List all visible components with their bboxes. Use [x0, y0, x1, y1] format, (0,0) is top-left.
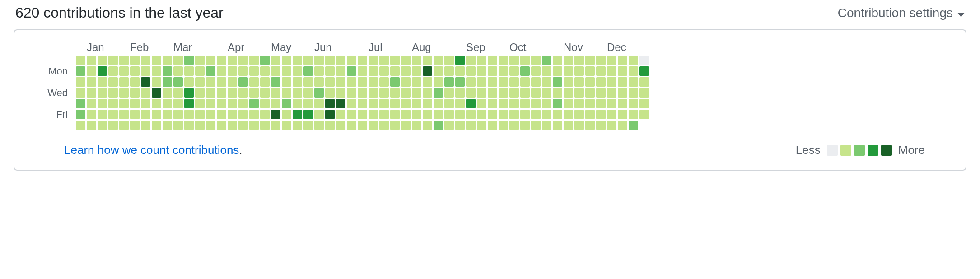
contribution-cell[interactable] — [293, 88, 302, 98]
contribution-cell[interactable] — [108, 110, 118, 119]
contribution-cell[interactable] — [596, 99, 606, 108]
contribution-cell[interactable] — [76, 99, 85, 108]
contribution-cell[interactable] — [499, 99, 508, 108]
contribution-cell[interactable] — [314, 99, 324, 108]
contribution-cell[interactable] — [249, 99, 259, 108]
contribution-cell[interactable] — [596, 56, 606, 65]
contribution-cell[interactable] — [152, 110, 161, 119]
contribution-cell[interactable] — [401, 99, 411, 108]
contribution-cell[interactable] — [184, 99, 194, 108]
contribution-cell[interactable] — [412, 88, 421, 98]
contribution-cell[interactable] — [217, 121, 226, 130]
contribution-cell[interactable] — [303, 77, 313, 87]
contribution-cell[interactable] — [217, 66, 226, 76]
contribution-cell[interactable] — [618, 110, 627, 119]
contribution-cell[interactable] — [390, 77, 400, 87]
contribution-cell[interactable] — [282, 77, 291, 87]
contribution-cell[interactable] — [629, 77, 638, 87]
contribution-cell[interactable] — [130, 110, 140, 119]
contribution-cell[interactable] — [369, 121, 378, 130]
contribution-cell[interactable] — [390, 121, 400, 130]
contribution-cell[interactable] — [607, 88, 616, 98]
contribution-cell[interactable] — [238, 99, 248, 108]
contribution-cell[interactable] — [293, 77, 302, 87]
contribution-cell[interactable] — [325, 121, 335, 130]
contribution-cell[interactable] — [238, 77, 248, 87]
contribution-cell[interactable] — [195, 56, 205, 65]
contribution-cell[interactable] — [574, 88, 584, 98]
contribution-cell[interactable] — [455, 66, 465, 76]
contribution-cell[interactable] — [455, 88, 465, 98]
contribution-cell[interactable] — [488, 99, 497, 108]
contribution-cell[interactable] — [509, 121, 519, 130]
contribution-cell[interactable] — [379, 56, 389, 65]
contribution-cell[interactable] — [596, 88, 606, 98]
contribution-cell[interactable] — [639, 77, 649, 87]
contribution-cell[interactable] — [217, 56, 226, 65]
contribution-cell[interactable] — [618, 99, 627, 108]
contribution-cell[interactable] — [206, 77, 215, 87]
contribution-cell[interactable] — [520, 66, 530, 76]
contribution-cell[interactable] — [130, 88, 140, 98]
contribution-cell[interactable] — [173, 77, 183, 87]
contribution-cell[interactable] — [238, 88, 248, 98]
contribution-cell[interactable] — [163, 110, 172, 119]
contribution-cell[interactable] — [531, 88, 541, 98]
contribution-cell[interactable] — [499, 56, 508, 65]
contribution-cell[interactable] — [76, 88, 85, 98]
contribution-cell[interactable] — [553, 110, 562, 119]
contribution-cell[interactable] — [173, 66, 183, 76]
contribution-cell[interactable] — [303, 110, 313, 119]
contribution-cell[interactable] — [488, 121, 497, 130]
contribution-cell[interactable] — [434, 121, 443, 130]
contribution-cell[interactable] — [358, 88, 367, 98]
contribution-cell[interactable] — [130, 99, 140, 108]
contribution-cell[interactable] — [260, 110, 270, 119]
contribution-cell[interactable] — [596, 77, 606, 87]
contribution-cell[interactable] — [585, 110, 595, 119]
contribution-cell[interactable] — [564, 66, 573, 76]
contribution-cell[interactable] — [379, 99, 389, 108]
contribution-cell[interactable] — [130, 77, 140, 87]
contribution-cell[interactable] — [488, 56, 497, 65]
contribution-cell[interactable] — [542, 66, 551, 76]
contribution-cell[interactable] — [618, 121, 627, 130]
contribution-cell[interactable] — [163, 99, 172, 108]
contribution-cell[interactable] — [271, 99, 280, 108]
contribution-cell[interactable] — [564, 77, 573, 87]
contribution-cell[interactable] — [618, 66, 627, 76]
contribution-cell[interactable] — [271, 88, 280, 98]
contribution-cell[interactable] — [434, 110, 443, 119]
contribution-cell[interactable] — [444, 56, 454, 65]
contribution-cell[interactable] — [574, 99, 584, 108]
contribution-cell[interactable] — [444, 66, 454, 76]
contribution-cell[interactable] — [152, 77, 161, 87]
contribution-cell[interactable] — [303, 66, 313, 76]
contribution-cell[interactable] — [163, 56, 172, 65]
contribution-cell[interactable] — [358, 121, 367, 130]
contribution-cell[interactable] — [228, 99, 237, 108]
contribution-cell[interactable] — [379, 88, 389, 98]
contribution-cell[interactable] — [553, 99, 562, 108]
contribution-cell[interactable] — [488, 66, 497, 76]
contribution-cell[interactable] — [152, 66, 161, 76]
contribution-cell[interactable] — [152, 56, 161, 65]
contribution-cell[interactable] — [607, 77, 616, 87]
learn-contributions-link[interactable]: Learn how we count contributions — [64, 143, 239, 157]
contribution-cell[interactable] — [108, 77, 118, 87]
contribution-cell[interactable] — [434, 66, 443, 76]
contribution-cell[interactable] — [509, 99, 519, 108]
contribution-cell[interactable] — [520, 88, 530, 98]
contribution-cell[interactable] — [596, 121, 606, 130]
contribution-cell[interactable] — [401, 56, 411, 65]
contribution-cell[interactable] — [531, 99, 541, 108]
contribution-cell[interactable] — [347, 66, 356, 76]
contribution-cell[interactable] — [564, 56, 573, 65]
contribution-cell[interactable] — [585, 56, 595, 65]
contribution-cell[interactable] — [217, 88, 226, 98]
contribution-cell[interactable] — [455, 121, 465, 130]
contribution-cell[interactable] — [477, 121, 486, 130]
contribution-cell[interactable] — [282, 56, 291, 65]
contribution-cell[interactable] — [423, 66, 432, 76]
contribution-cell[interactable] — [108, 56, 118, 65]
